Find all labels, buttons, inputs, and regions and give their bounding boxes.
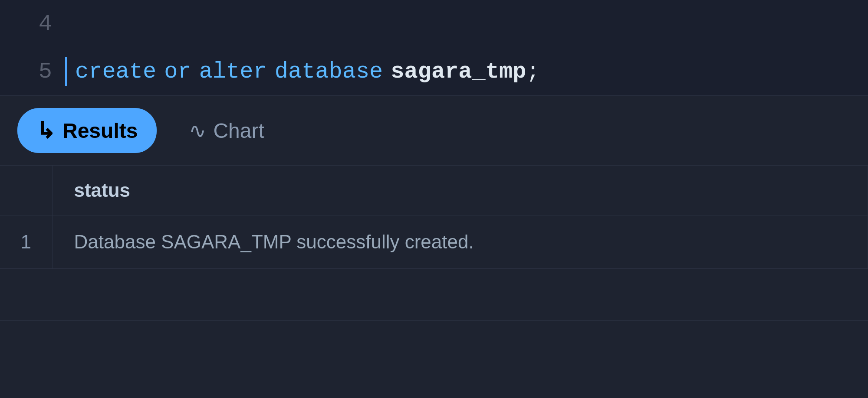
code-alter: alter <box>199 59 267 85</box>
code-database: database <box>275 59 383 85</box>
table-empty-rownumber <box>0 269 52 321</box>
chart-line-icon: ∿ <box>189 118 206 143</box>
line-number-5: 5 <box>9 59 52 85</box>
table-header-rownumber <box>0 166 52 215</box>
editor-area: 4 5 create or alter database sagara_tmp … <box>0 0 868 96</box>
results-table: status 1 Database SAGARA_TMP successfull… <box>0 165 868 321</box>
code-or: or <box>164 59 191 85</box>
table-header-row: status <box>0 166 868 215</box>
tab-results-label: Results <box>62 119 138 143</box>
code-semicolon: ; <box>526 59 539 85</box>
table-cell-status-1: Database SAGARA_TMP successfully created… <box>52 215 868 269</box>
table-row: 1 Database SAGARA_TMP successfully creat… <box>0 215 868 269</box>
tabs-bar: ↳ Results ∿ Chart <box>0 96 868 165</box>
table-empty-cell <box>52 269 868 321</box>
tab-chart[interactable]: ∿ Chart <box>170 109 283 152</box>
tab-chart-label: Chart <box>213 119 264 143</box>
tab-results[interactable]: ↳ Results <box>17 108 157 153</box>
results-arrow-icon: ↳ <box>36 117 56 144</box>
table-header-status: status <box>52 166 868 215</box>
code-line-5: 5 create or alter database sagara_tmp ; <box>0 48 868 95</box>
table-row-number-1: 1 <box>0 215 52 269</box>
code-dbname: sagara_tmp <box>391 59 526 85</box>
line-5-content: create or alter database sagara_tmp ; <box>65 57 540 86</box>
code-line-4: 4 <box>0 0 868 48</box>
line-number-4: 4 <box>9 11 52 37</box>
table-row-empty <box>0 269 868 321</box>
cursor-bar <box>65 57 67 86</box>
code-create: create <box>75 59 156 85</box>
